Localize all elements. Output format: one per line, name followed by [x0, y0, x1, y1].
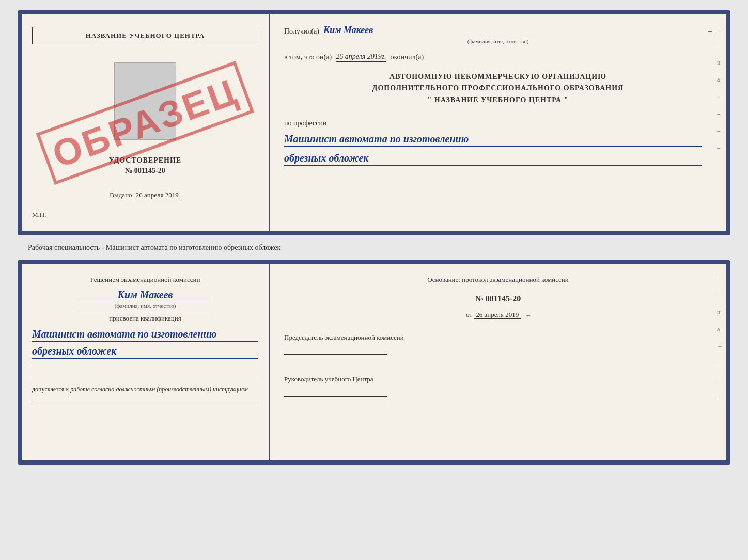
dash-bottom-right: –	[526, 311, 530, 318]
vtom-label: в том, что он(а)	[284, 53, 332, 61]
rukovoditel-block: Руководитель учебного Центра	[284, 368, 712, 397]
predsedatel-signature-line	[284, 344, 387, 355]
fio-label-top: (фамилия, имя, отчество)	[284, 38, 712, 44]
profession-line2: обрезных обложек	[284, 151, 702, 166]
dopuskaetsya-label: допускается к	[32, 386, 69, 393]
okonchil-label: окончил(а)	[390, 53, 424, 61]
margin-arrow-bottom: ←	[717, 343, 723, 350]
dopuskaetsya-text: работе согласно должностным (производств…	[70, 386, 248, 393]
margin-a: а	[717, 76, 723, 84]
completion-date: 26 апреля 2019г.	[336, 53, 386, 62]
fio-label-bottom: (фамилия, имя, отчество)	[78, 302, 212, 310]
bottom-name-handwritten: Ким Макеев	[78, 289, 212, 301]
kvalifikaciya-line2: обрезных обложек	[32, 344, 258, 359]
dopuskaetsya-block: допускается к работе согласно должностны…	[32, 386, 258, 393]
ot-date-value: 26 апреля 2019	[474, 311, 521, 319]
resheniem-label: Решением экзаменационной комиссии	[32, 275, 258, 285]
photo-placeholder	[114, 62, 176, 140]
org-line1: АВТОНОМНУЮ НЕКОММЕРЧЕСКУЮ ОРГАНИЗАЦИЮ	[284, 71, 712, 83]
vtom-row: в том, что он(а) 26 апреля 2019г. окончи…	[284, 53, 712, 62]
ot-label: от	[466, 311, 472, 318]
bottom-card-left: Решением экзаменационной комиссии Ким Ма…	[22, 264, 270, 460]
udostoverenie-title: УДОСТОВЕРЕНИЕ	[109, 156, 181, 165]
protocol-number: № 001145-20	[284, 294, 712, 303]
rukovoditel-signature-line	[284, 387, 387, 397]
margin-i-bottom: и	[717, 309, 723, 316]
poluchil-label: Получил(а)	[284, 27, 319, 36]
osnovanie-label: Основание: протокол экзаменационной коми…	[284, 275, 712, 285]
vydano-date: 26 апреля 2019	[134, 191, 181, 199]
top-document-card: НАЗВАНИЕ УЧЕБНОГО ЦЕНТРА УДОСТОВЕРЕНИЕ №…	[18, 10, 730, 235]
po-professii-label: по профессии	[284, 119, 702, 127]
margin-a-bottom: а	[717, 326, 723, 333]
profession-line1: Машинист автомата по изготовлению	[284, 132, 702, 147]
rukovoditel-label: Руководитель учебного Центра	[284, 374, 712, 385]
right-margin-dashes: – – и а ← – – –	[717, 25, 723, 152]
predsedatel-label: Председатель экзаменационной комиссии	[284, 332, 712, 343]
ot-date-row: от 26 апреля 2019 –	[284, 311, 712, 319]
org-line3: " НАЗВАНИЕ УЧЕБНОГО ЦЕНТРА "	[284, 94, 712, 106]
bottom-right-margin: – – и а ← – – –	[717, 275, 723, 402]
vydano-label: Выдано	[110, 191, 132, 199]
predsedatel-block: Председатель экзаменационной комиссии	[284, 332, 712, 355]
udostoverenie-block: УДОСТОВЕРЕНИЕ № 001145-20	[109, 156, 181, 175]
recipient-name: Ким Макеев	[323, 25, 373, 36]
specialty-caption: Рабочая специальность - Машинист автомат…	[28, 244, 280, 252]
kvalifikaciya-line1: Машинист автомата по изготовлению	[32, 327, 258, 342]
org-line2: ДОПОЛНИТЕЛЬНОГО ПРОФЕССИОНАЛЬНОГО ОБРАЗО…	[284, 83, 712, 94]
prisvoena-label: присвоена квалификация	[32, 314, 258, 323]
top-card-left: НАЗВАНИЕ УЧЕБНОГО ЦЕНТРА УДОСТОВЕРЕНИЕ №…	[22, 14, 270, 231]
vydano-row: Выдано 26 апреля 2019	[110, 191, 180, 199]
margin-arrow: ←	[717, 93, 723, 101]
bottom-card-right: Основание: протокол экзаменационной коми…	[270, 264, 726, 460]
mp-label: М.П.	[32, 211, 46, 219]
udostoverenie-number: № 001145-20	[109, 167, 181, 175]
org-block: АВТОНОМНУЮ НЕКОММЕРЧЕСКУЮ ОРГАНИЗАЦИЮ ДО…	[284, 71, 712, 106]
dash-1: –	[708, 27, 712, 36]
bottom-document-card: Решением экзаменационной комиссии Ким Ма…	[18, 260, 730, 465]
margin-i: и	[717, 59, 723, 67]
top-card-right: Получил(а) Ким Макеев – (фамилия, имя, о…	[270, 14, 726, 231]
school-name-top: НАЗВАНИЕ УЧЕБНОГО ЦЕНТРА	[32, 27, 258, 44]
